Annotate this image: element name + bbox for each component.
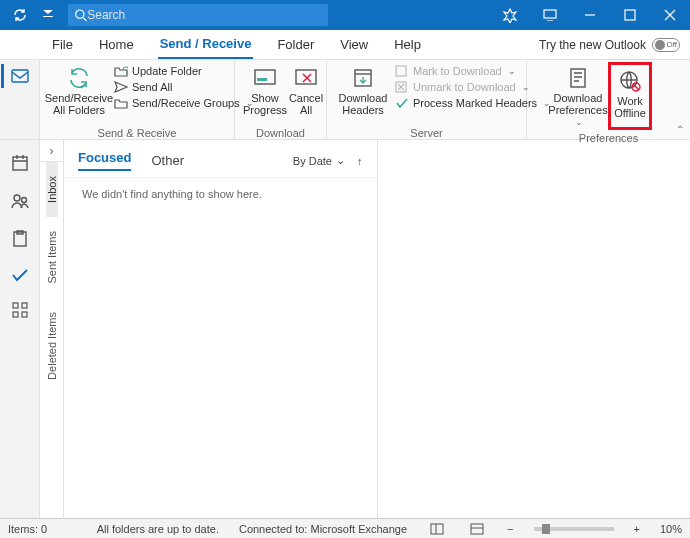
group-label-server: Server <box>335 125 518 139</box>
try-new-label: Try the new Outlook <box>539 38 646 52</box>
chevron-down-icon: ⌄ <box>575 116 583 128</box>
download-headers-button[interactable]: Download Headers <box>335 62 391 125</box>
send-receive-groups-button[interactable]: Send/Receive Groups⌄ <box>114 96 254 110</box>
view-normal-icon[interactable] <box>427 523 447 535</box>
work-offline-button[interactable]: Work Offline <box>608 62 652 130</box>
group-send-receive: Send/Receive All Folders Update Folder S… <box>40 60 235 139</box>
qat-dropdown-icon[interactable] <box>36 3 60 27</box>
svg-rect-10 <box>571 69 585 87</box>
group-label-send-receive: Send & Receive <box>48 125 226 139</box>
folder-deleted-items[interactable]: Deleted Items <box>46 298 58 394</box>
download-preferences-button[interactable]: Download Preferences⌄ <box>548 62 608 130</box>
titlebar-right <box>490 0 690 30</box>
svg-rect-8 <box>396 66 406 76</box>
zoom-in-button[interactable]: + <box>634 523 640 535</box>
tab-focused[interactable]: Focused <box>78 150 131 171</box>
ribbon-display-icon[interactable] <box>530 0 570 30</box>
zoom-slider[interactable] <box>534 527 614 531</box>
svg-rect-13 <box>13 157 27 170</box>
status-bar: Items: 0 All folders are up to date. Con… <box>0 518 690 538</box>
group-download: Show Progress Cancel All Download <box>235 60 327 139</box>
svg-point-0 <box>76 10 84 18</box>
maximize-button[interactable] <box>610 0 650 30</box>
unmark-icon <box>395 81 409 93</box>
status-connected: Connected to: Microsoft Exchange <box>239 523 407 535</box>
sort-by-date[interactable]: By Date ⌄ ↑ <box>293 154 363 167</box>
group-preferences: Download Preferences⌄ Work Offline Prefe… <box>527 60 690 139</box>
svg-rect-2 <box>625 10 635 20</box>
expand-folder-pane-button[interactable]: › <box>40 140 63 162</box>
try-new-toggle[interactable]: Off <box>652 38 680 52</box>
send-icon <box>114 81 128 93</box>
tasks-nav-icon[interactable] <box>11 230 29 248</box>
svg-rect-22 <box>471 524 483 534</box>
search-box[interactable] <box>68 4 328 26</box>
message-list-header: Focused Other By Date ⌄ ↑ <box>64 140 377 178</box>
update-folder-button[interactable]: Update Folder <box>114 64 254 78</box>
minimize-button[interactable] <box>570 0 610 30</box>
group-label-preferences: Preferences <box>535 130 682 144</box>
folder-pane-collapsed: › Inbox Sent Items Deleted Items <box>40 140 64 518</box>
zoom-level: 10% <box>660 523 682 535</box>
nav-rail <box>0 140 40 518</box>
svg-rect-18 <box>22 303 27 308</box>
sort-arrow-icon[interactable]: ↑ <box>357 155 363 167</box>
zoom-out-button[interactable]: − <box>507 523 513 535</box>
show-progress-button[interactable]: Show Progress <box>243 62 287 125</box>
try-new-outlook[interactable]: Try the new Outlook Off <box>539 38 680 52</box>
send-all-button[interactable]: Send All <box>114 80 254 94</box>
svg-rect-19 <box>13 312 18 317</box>
group-label-download: Download <box>243 125 318 139</box>
folder-inbox[interactable]: Inbox <box>46 162 58 217</box>
mark-icon <box>395 65 409 77</box>
search-input[interactable] <box>87 8 322 22</box>
tab-send-receive[interactable]: Send / Receive <box>158 30 254 59</box>
people-nav-icon[interactable] <box>11 192 29 210</box>
status-uptodate: All folders are up to date. <box>97 523 219 535</box>
todo-nav-icon[interactable] <box>11 268 29 282</box>
svg-point-15 <box>21 198 26 203</box>
svg-rect-3 <box>12 70 28 82</box>
tab-folder[interactable]: Folder <box>275 31 316 58</box>
tab-help[interactable]: Help <box>392 31 423 58</box>
status-items: Items: 0 <box>8 523 47 535</box>
titlebar-left <box>0 3 60 27</box>
tab-other[interactable]: Other <box>151 153 184 168</box>
tab-file[interactable]: File <box>50 31 75 58</box>
view-reading-icon[interactable] <box>467 523 487 535</box>
body: › Inbox Sent Items Deleted Items Focused… <box>0 140 690 518</box>
nav-rail-top <box>0 60 40 139</box>
folder-sent-items[interactable]: Sent Items <box>46 217 58 298</box>
search-icon <box>74 8 87 22</box>
folder-group-icon <box>114 97 128 109</box>
empty-list-message: We didn't find anything to show here. <box>64 178 377 210</box>
tab-home[interactable]: Home <box>97 31 136 58</box>
ribbon: Send/Receive All Folders Update Folder S… <box>0 60 690 140</box>
tab-view[interactable]: View <box>338 31 370 58</box>
svg-rect-1 <box>544 10 556 18</box>
group-server: Download Headers Mark to Download⌄ Unmar… <box>327 60 527 139</box>
message-list: Focused Other By Date ⌄ ↑ We didn't find… <box>64 140 378 518</box>
svg-point-14 <box>14 195 20 201</box>
sync-icon[interactable] <box>8 3 32 27</box>
svg-rect-21 <box>431 524 443 534</box>
chevron-down-icon: ⌄ <box>508 66 516 76</box>
close-button[interactable] <box>650 0 690 30</box>
title-bar <box>0 0 690 30</box>
reading-pane <box>378 140 691 518</box>
ribbon-tabs: File Home Send / Receive Folder View Hel… <box>0 30 690 60</box>
svg-rect-4 <box>255 70 275 84</box>
premium-icon[interactable] <box>490 0 530 30</box>
cancel-all-button[interactable]: Cancel All <box>287 62 325 125</box>
more-apps-icon[interactable] <box>12 302 28 318</box>
svg-rect-20 <box>22 312 27 317</box>
folder-refresh-icon <box>114 65 128 77</box>
svg-rect-17 <box>13 303 18 308</box>
send-receive-all-button[interactable]: Send/Receive All Folders <box>48 62 110 125</box>
chevron-down-icon: ⌄ <box>336 154 345 167</box>
check-icon <box>395 97 409 109</box>
collapse-ribbon-button[interactable]: ⌃ <box>676 124 684 135</box>
svg-rect-5 <box>257 78 267 81</box>
mail-nav-icon[interactable] <box>1 64 38 88</box>
calendar-nav-icon[interactable] <box>11 154 29 172</box>
